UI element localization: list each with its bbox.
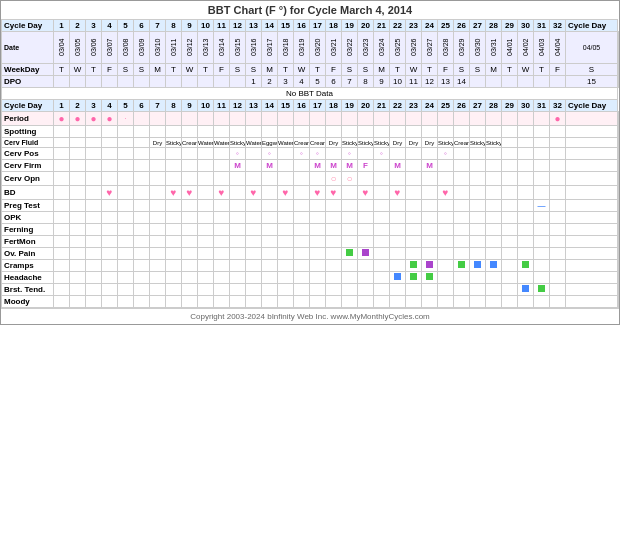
ferning-row: Ferning Ferning [2,224,619,236]
bd-label-right: BD [618,186,619,200]
cerv-firm-row: Cerv Firm M M M M M F M M Cerv Firm [2,160,619,172]
preg-test-row: Preg Test — Preg Test [2,200,619,212]
headache-row: Headache Headache [2,272,619,284]
moody-label-right: Moody [618,296,619,308]
bd-label: BD [2,186,54,200]
fertmon-label-right: FertMon [618,236,619,248]
fertmon-row: FertMon FertMon [2,236,619,248]
dpo-label-right: DPO [618,76,619,88]
cerv-fluid-row: Cerv Fluid Dry Sticky Creamy Watery Wate… [2,138,619,148]
chart-title: BBT Chart (F °) for Cycle March 4, 2014 [1,1,619,19]
ov-pain-label: Ov. Pain [2,248,54,260]
preg-test-label-right: Preg Test [618,200,619,212]
cycle-day-label-right-2: Cycle Day [566,100,618,112]
opk-label: OPK [2,212,54,224]
date-label-right: Date [618,32,619,64]
date-label: Date [2,32,54,64]
opk-row: OPK OPK [2,212,619,224]
cycle-day-label-2: Cycle Day [2,100,54,112]
weekday-label: WeekDay [2,64,54,76]
period-row: Period ● ● ● ● · ● Period [2,112,619,126]
brst-tend-row: Brst. Tend. Brst. Tend. [2,284,619,296]
cycle-day-label-right: Cycle Day [566,20,618,32]
cycle-day-header-2: Cycle Day 1234 5678 9101112 13141516 171… [2,100,619,112]
cerv-opn-label: Cerv Opn [2,172,54,186]
weekday-label-right: WeekDay [618,64,619,76]
cycle-day-label: Cycle Day [2,20,54,32]
cramps-label: Cramps [2,260,54,272]
ov-pain-label-right: Ov. Pain [618,248,619,260]
cerv-opn-row: Cerv Opn ○ ○ Cerv Opn [2,172,619,186]
ferning-label: Ferning [2,224,54,236]
period-label-right: Period [618,112,619,126]
spotting-label-right: Spotting [618,126,619,138]
spotting-label: Spotting [2,126,54,138]
preg-test-label: Preg Test [2,200,54,212]
footer: Copyright 2003-2024 bInfinity Web Inc. w… [1,308,619,324]
cycle-day-header: Cycle Day 1234 5678 9101112 13141516 171… [2,20,619,32]
cerv-firm-label: Cerv Firm [2,160,54,172]
cerv-fluid-label: Cerv Fluid [2,138,54,148]
cerv-opn-label-right: Cerv Opn [618,172,619,186]
headache-label: Headache [2,272,54,284]
chart-container: BBT Chart (F °) for Cycle March 4, 2014 … [0,0,620,325]
moody-row: Moody Moody [2,296,619,308]
opk-label-right: OPK [618,212,619,224]
cramps-label-right: Cramps [618,260,619,272]
brst-tend-label: Brst. Tend. [2,284,54,296]
cerv-pos-label: Cerv Pos [2,148,54,160]
fertmon-label: FertMon [2,236,54,248]
ferning-label-right: Ferning [618,224,619,236]
headache-label-right: Headache [618,272,619,284]
bbt-table: Cycle Day 1234 5678 9101112 13141516 171… [1,19,619,308]
cerv-firm-label-right: Cerv Firm [618,160,619,172]
weekday-row: WeekDay TWTF SSMT WTFS SMTW TFSS MTWT FS… [2,64,619,76]
spotting-row: Spotting Spotting [2,126,619,138]
period-label: Period [2,112,54,126]
dpo-row: DPO 1234 5678 9101112 1314 15 DPO [2,76,619,88]
cerv-fluid-label-right: Cerv Fluid [618,138,619,148]
ov-pain-row: Ov. Pain Ov. Pain [2,248,619,260]
cerv-pos-label-right: Cerv Pos [618,148,619,160]
dpo-label: DPO [2,76,54,88]
no-bbt-divider: No BBT Data [2,88,619,100]
date-row: Date 03/04 03/05 03/06 03/07 03/08 03/09… [2,32,619,64]
moody-label: Moody [2,296,54,308]
cramps-row: Cramps Cramps [2,260,619,272]
bd-row: BD ♥ ♥ ♥ ♥ ♥ ♥ ♥ ♥ ♥ ♥ ♥ BD [2,186,619,200]
brst-tend-label-right: Brst. Tend. [618,284,619,296]
cerv-pos-row: Cerv Pos ◦ ◦ ◦ ◦ ◦ ◦ ◦ Cerv Pos [2,148,619,160]
